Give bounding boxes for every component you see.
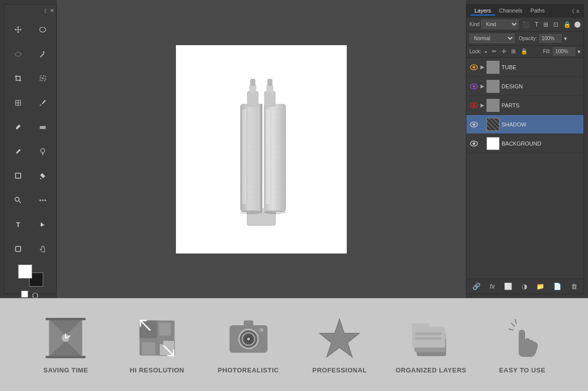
foreground-color-swatch[interactable] — [18, 265, 32, 279]
zoom-tool[interactable] — [7, 189, 30, 212]
hand-tool[interactable] — [31, 237, 55, 261]
brush-tool[interactable] — [7, 115, 30, 139]
layer-row-shadow[interactable]: ▶ SHADOW — [466, 115, 583, 134]
crop-tool[interactable] — [7, 67, 30, 90]
layers-footer: 🔗 fx ⬜ ◑ 📁 📄 🗑 — [466, 279, 583, 294]
rectangle-tool[interactable] — [7, 164, 30, 188]
layers-panel: Layers Channels Paths 《 ≡ Kind Kind Name… — [466, 4, 584, 294]
svg-point-1 — [15, 52, 21, 56]
lock-fill-bar: Lock: ▪ ✏ ✛ ⊞ 🔒 Fill: ▾ — [466, 46, 583, 58]
svg-point-9 — [44, 199, 46, 201]
pixel-filter-btn[interactable]: ⬛ — [521, 21, 531, 29]
toolbar-close-btn[interactable]: ✕ — [50, 8, 54, 15]
kind-label: Kind — [469, 22, 479, 27]
lock-artboard-btn[interactable]: ⊞ — [510, 48, 517, 55]
panel-menu-btn[interactable]: ≡ — [576, 8, 579, 14]
frame-tool[interactable] — [7, 237, 30, 261]
fill-chevron[interactable]: ▾ — [577, 48, 580, 55]
layer-visibility-shadow[interactable] — [469, 120, 478, 129]
lock-label: Lock: — [469, 49, 481, 54]
svg-point-7 — [39, 199, 41, 201]
more-tools[interactable] — [31, 189, 55, 212]
canvas-area — [57, 0, 466, 298]
clone-stamp-tool[interactable] — [31, 140, 55, 164]
move-tool[interactable] — [7, 18, 30, 42]
swap-colors-btn[interactable] — [21, 291, 28, 298]
svg-rect-30 — [260, 104, 262, 212]
svg-rect-23 — [266, 109, 270, 204]
fx-btn[interactable]: fx — [487, 282, 497, 291]
tab-paths[interactable]: Paths — [527, 7, 549, 16]
eraser-tool[interactable] — [31, 115, 55, 139]
svg-point-31 — [240, 210, 262, 214]
paint-bucket-tool[interactable] — [31, 164, 55, 188]
text-tool[interactable]: T — [7, 213, 30, 236]
toolbar-collapse-btn[interactable]: 《 — [41, 8, 47, 15]
lock-transparent-btn[interactable]: ▪ — [483, 48, 488, 55]
eyedropper-tool[interactable] — [31, 91, 55, 115]
pencil-tool[interactable] — [7, 140, 30, 164]
toolbar-header: 《 ✕ — [7, 8, 54, 15]
adjustment-btn[interactable]: ◑ — [520, 282, 529, 291]
layer-arrow-tube[interactable]: ▶ — [480, 64, 484, 70]
layer-arrow-design[interactable]: ▶ — [480, 83, 484, 89]
tab-channels[interactable]: Channels — [495, 7, 526, 16]
add-mask-btn[interactable]: ⬜ — [502, 282, 514, 291]
layer-thumb-tube — [486, 61, 500, 74]
path-selection-tool[interactable] — [31, 213, 55, 236]
marquee-tool[interactable] — [7, 43, 30, 66]
tab-layers[interactable]: Layers — [470, 7, 495, 16]
svg-rect-56 — [244, 320, 253, 327]
professional-icon — [317, 315, 362, 360]
layer-arrow-parts[interactable]: ▶ — [480, 102, 484, 108]
shape-filter-btn[interactable]: ⊡ — [552, 21, 560, 29]
adjustment-filter-btn[interactable]: T — [533, 21, 540, 29]
hi-resolution-icon — [134, 315, 179, 360]
layer-visibility-parts[interactable] — [469, 101, 478, 110]
layer-visibility-background[interactable] — [469, 139, 478, 148]
lasso-tool[interactable] — [31, 18, 55, 42]
slice-tool[interactable] — [7, 91, 30, 115]
layer-name-design: DESIGN — [502, 83, 580, 89]
kind-select[interactable]: Kind Name Effect — [481, 20, 519, 29]
lock-image-btn[interactable]: ✏ — [491, 48, 498, 55]
feature-bar: SAVING TIME HI RESOLUTION — [0, 298, 588, 391]
main-area: 《 ✕ — [0, 0, 588, 298]
lock-position-btn[interactable]: ✛ — [500, 48, 508, 55]
svg-rect-27 — [264, 91, 275, 106]
blend-mode-select[interactable]: Normal Multiply Screen Overlay — [469, 34, 515, 43]
layer-visibility-tube[interactable] — [469, 63, 478, 72]
svg-point-60 — [247, 337, 250, 340]
svg-point-62 — [261, 329, 263, 331]
smart-filter-btn[interactable]: 🔒 — [562, 21, 572, 29]
panel-collapse-btn[interactable]: 《 — [569, 8, 574, 15]
svg-rect-11 — [16, 246, 21, 251]
layers-kind-bar: Kind Kind Name Effect ⬛ T ⊞ ⊡ 🔒 — [466, 18, 583, 32]
new-layer-btn[interactable]: 📄 — [551, 282, 563, 291]
organized-layers-label: ORGANIZED LAYERS — [396, 366, 466, 374]
blend-opacity-bar: Normal Multiply Screen Overlay Opacity: … — [466, 32, 583, 46]
link-layers-btn[interactable]: 🔗 — [470, 282, 482, 291]
lock-all-btn[interactable]: 🔒 — [519, 48, 529, 55]
layer-row-parts[interactable]: ▶ PARTS — [466, 96, 583, 115]
feature-photorealistic: PHOTOREALISTIC — [210, 315, 287, 374]
type-filter-btn[interactable]: ⊞ — [542, 21, 550, 29]
layer-visibility-design[interactable] — [469, 82, 478, 91]
fill-input[interactable] — [553, 47, 575, 56]
layer-row-background[interactable]: ▶ BACKGROUND — [466, 134, 583, 153]
layer-row-design[interactable]: ▶ DESIGN — [466, 77, 583, 96]
patch-tool[interactable] — [31, 67, 55, 90]
easy-to-use-label: EASY TO USE — [499, 366, 545, 374]
opacity-input[interactable] — [539, 34, 562, 43]
opacity-chevron[interactable]: ▾ — [564, 35, 567, 42]
svg-point-4 — [41, 149, 45, 153]
canvas-document — [176, 45, 347, 253]
layer-name-tube: TUBE — [502, 64, 580, 70]
layer-row-tube[interactable]: ▶ TUBE — [466, 58, 583, 77]
new-group-btn[interactable]: 📁 — [534, 282, 546, 291]
svg-rect-53 — [142, 342, 155, 355]
svg-point-42 — [473, 142, 475, 145]
magic-wand-tool[interactable] — [31, 43, 55, 66]
layer-thumb-parts — [486, 99, 500, 112]
delete-layer-btn[interactable]: 🗑 — [569, 282, 579, 291]
